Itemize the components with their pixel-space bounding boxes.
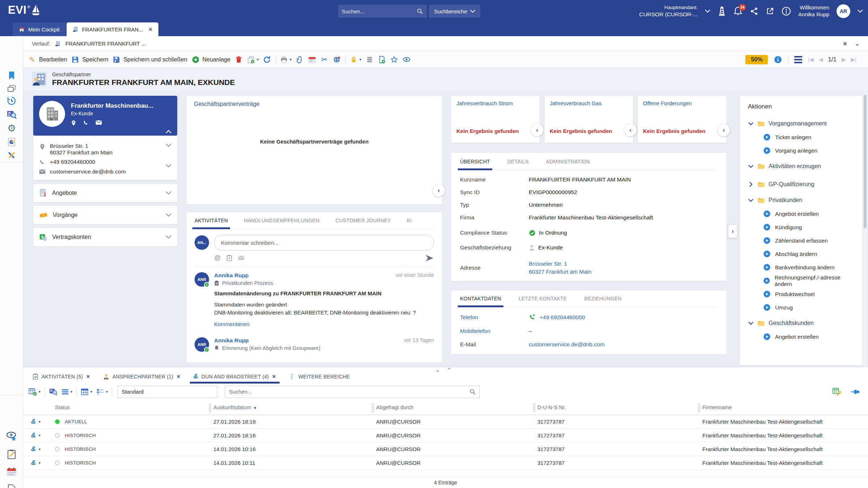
first-page-icon[interactable]: |◀ <box>808 56 813 63</box>
layout-view-button[interactable]: ▾ <box>96 389 108 395</box>
user-avatar[interactable]: AR <box>837 4 850 18</box>
tab-kontaktdaten[interactable]: KONTAKTDATEN <box>460 290 501 307</box>
folder-aktivitaeten-erzeugen[interactable]: Aktivitäten erzeugen <box>748 159 854 173</box>
column-header-abgefragt-durch[interactable]: Abgefragt durch <box>373 401 534 415</box>
document-settings-icon[interactable] <box>5 483 18 488</box>
close-tab-icon[interactable]: ✕ <box>176 374 180 379</box>
dock-tab-aktivitaeten[interactable]: AKTIVITÄTEN (5) ✕ <box>27 369 95 384</box>
contact-phone-value[interactable]: +49 69204460000 <box>540 314 585 321</box>
globe-icon[interactable] <box>333 56 341 64</box>
collapse-left-icon[interactable]: ‹ <box>624 124 637 136</box>
collapse-left-icon[interactable]: ‹ <box>433 184 445 197</box>
notifications-bell-icon[interactable]: 34 <box>733 7 743 16</box>
table-row[interactable]: &▾ HISTORISCH 14.01.2026 10:16 ANRU@CURS… <box>23 442 868 456</box>
evi-logo[interactable]: EVI ® <box>8 4 41 17</box>
table-row[interactable]: &▾ AKTUELL 27.01.2026 18:18 ANRU@CURSOR … <box>23 415 868 428</box>
folder-geschaeftskunden[interactable]: Geschäftskunden <box>748 316 854 330</box>
tab-customer-journey[interactable]: CUSTOMER JOURNEY <box>335 212 391 229</box>
tab-handlungsempfehlungen[interactable]: HANDLUNGSEMPFEHLUNGEN <box>244 212 319 229</box>
visibility-eye-icon[interactable] <box>403 56 410 64</box>
call-phone-icon[interactable] <box>529 314 536 321</box>
email-icon[interactable] <box>238 256 244 260</box>
document-add-icon[interactable] <box>378 56 386 64</box>
search-icon[interactable] <box>469 389 476 395</box>
email-row[interactable]: customerservice.de@dnb.com <box>39 168 171 175</box>
action-angebot-erstellen-gk[interactable]: Angebot erstellen <box>748 330 854 343</box>
column-header-duns[interactable]: D-U-N-S Nr. <box>534 401 699 415</box>
chevron-down-icon[interactable] <box>748 322 754 325</box>
dnb-row-icon[interactable]: & <box>31 432 36 439</box>
lighthouse-icon[interactable] <box>718 6 726 16</box>
collapse-left-icon[interactable]: ‹ <box>718 124 730 136</box>
collapse-up-icon[interactable]: ⌃ <box>447 367 451 373</box>
tab-beziehungen[interactable]: BEZIEHUNGEN <box>584 290 621 307</box>
mandant-selector[interactable]: Hauptmandant: CURSOR (CURSOR-... <box>639 5 698 18</box>
section-angebote[interactable]: Angebote <box>33 184 177 202</box>
address-row[interactable]: Brüsseler Str. 1 60327 Frankfurt am Main <box>39 143 171 156</box>
scrollbar-thumb[interactable] <box>864 95 867 228</box>
menu-hamburger-icon[interactable] <box>794 56 802 63</box>
action-bankverbindung-aendern[interactable]: Bankverbindung ändern <box>748 261 854 274</box>
tab-uebersicht[interactable]: ÜBERSICHT <box>460 153 490 170</box>
section-vorgaenge[interactable]: Vorgänge <box>33 206 177 224</box>
expand-panel-button[interactable]: › <box>728 225 737 238</box>
chevron-down-icon[interactable] <box>166 144 171 147</box>
last-page-icon[interactable]: ▶| <box>851 56 856 63</box>
action-kuendigung[interactable]: Kündigung <box>748 221 854 234</box>
add-row-button[interactable]: ▾ <box>28 388 41 396</box>
section-vertragskonten[interactable]: $ Vertragskonten <box>33 228 177 246</box>
view-name-input[interactable] <box>118 386 217 398</box>
collapse-down-icon[interactable]: ⌄ <box>435 367 440 373</box>
history-icon[interactable] <box>5 95 18 107</box>
pin-panel-icon[interactable] <box>851 389 860 395</box>
prev-page-icon[interactable]: ◀ <box>819 56 823 63</box>
search-list-icon[interactable] <box>5 108 18 121</box>
copy-record-button[interactable]: ▾ <box>247 56 259 64</box>
chevron-down-icon[interactable] <box>166 191 171 195</box>
chevron-down-icon[interactable] <box>166 235 171 239</box>
tab-mein-cockpit[interactable]: Mein Cockpit <box>13 22 65 36</box>
comment-input[interactable] <box>214 235 434 251</box>
dock-tab-dun-and-bradstreet[interactable]: & DUN AND BRADSTREET (4) ✕ <box>188 369 281 384</box>
open-external-icon[interactable] <box>766 7 774 16</box>
column-header-status[interactable]: Status <box>51 401 210 415</box>
email-icon[interactable] <box>95 120 102 125</box>
action-umzug[interactable]: Umzug <box>748 301 854 314</box>
dnb-row-icon[interactable]: & <box>31 445 36 453</box>
global-search-box[interactable] <box>338 5 427 18</box>
phone-icon[interactable] <box>83 120 89 126</box>
phone-row[interactable]: +49 69204460000 <box>39 159 171 166</box>
table-row[interactable]: &▾ HISTORISCH 27.01.2026 18:16 ANRU@CURS… <box>23 428 868 442</box>
folder-vorgangsmanagement[interactable]: Vorgangsmanagement <box>748 117 854 130</box>
tools-icon[interactable] <box>5 149 18 161</box>
dnb-row-icon[interactable]: & <box>31 459 36 467</box>
create-new-button[interactable]: Neuanlage <box>192 56 230 64</box>
chevron-down-icon[interactable] <box>748 122 754 125</box>
clipboard-edit-icon[interactable] <box>226 255 232 261</box>
chevron-down-icon[interactable]: ⌄ <box>855 41 859 47</box>
collapse-left-icon[interactable]: ‹ <box>531 124 543 136</box>
contact-email-value[interactable]: customerservice.de@dnb.com <box>529 341 605 348</box>
tab-record-frankfurter[interactable]: FRANKFURTER FRAN... ✕ <box>67 22 158 36</box>
vertical-scrollbar[interactable] <box>863 90 867 367</box>
search-scope-button[interactable]: Suchbereiche <box>429 5 480 18</box>
tab-letzte-kontakte[interactable]: LETZTE KONTAKTE <box>519 290 567 307</box>
print-button[interactable]: ▾ <box>280 56 292 64</box>
info-icon[interactable] <box>774 55 782 64</box>
lock-button[interactable]: ▾ <box>350 56 361 64</box>
tab-details[interactable]: DETAILS <box>507 153 529 170</box>
global-search-input[interactable] <box>342 8 417 14</box>
data-stack-icon[interactable] <box>366 56 374 64</box>
table-row[interactable]: &▾ HISTORISCH 14.01.2026 10:11 ANRU@CURS… <box>23 456 868 470</box>
table-search-input[interactable] <box>225 386 480 398</box>
chevron-down-icon[interactable] <box>748 199 754 202</box>
settings-gear-icon[interactable]: ⚙ <box>5 122 18 134</box>
clipboard-edit-icon[interactable] <box>5 448 18 461</box>
action-rechnungsempf-adresse-aendern[interactable]: Rechnungsempf./-adresse ändern <box>748 274 854 287</box>
chevron-down-icon[interactable] <box>166 213 171 217</box>
action-vorgang-anlegen[interactable]: Vorgang anlegen <box>748 144 854 157</box>
row-menu-caret-icon[interactable]: ▾ <box>39 447 41 451</box>
table-view-button[interactable]: ▾ <box>81 388 92 395</box>
action-abschlag-aendern[interactable]: Abschlag ändern <box>748 247 854 261</box>
more-options-icon[interactable] <box>782 7 791 16</box>
